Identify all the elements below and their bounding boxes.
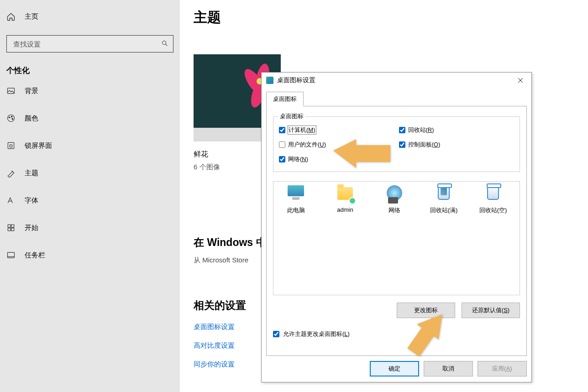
sidebar-item-taskbar[interactable]: 任务栏 [0, 245, 180, 266]
search-icon[interactable] [157, 40, 173, 48]
svg-rect-8 [8, 225, 10, 227]
desktop-icon-settings-dialog: 桌面图标设置 桌面图标 桌面图标 计算机(M) 回收站(R) [261, 72, 532, 382]
theme-icon [6, 168, 16, 178]
sidebar-home-label: 主页 [25, 12, 38, 21]
svg-rect-12 [8, 252, 15, 258]
page-title: 主题 [194, 8, 588, 27]
svg-marker-15 [403, 306, 447, 356]
picture-icon [6, 86, 16, 95]
checkbox-allow-theme-change-input[interactable] [273, 331, 279, 337]
svg-rect-11 [11, 228, 14, 231]
sidebar-item-label: 锁屏界面 [25, 141, 52, 150]
ok-button[interactable]: 确定 [370, 361, 419, 376]
dialog-title: 桌面图标设置 [277, 76, 511, 84]
close-icon [518, 78, 523, 83]
apply-button[interactable]: 应用(A) [478, 361, 527, 376]
close-button[interactable] [511, 74, 530, 87]
cancel-button[interactable]: 取消 [424, 361, 473, 376]
this-pc-icon [287, 185, 305, 203]
tab-desktop-icons[interactable]: 桌面图标 [266, 92, 304, 106]
network-icon [385, 185, 404, 203]
search-input[interactable] [7, 40, 157, 48]
sidebar-section-title: 个性化 [0, 52, 180, 80]
sidebar-item-colors[interactable]: 颜色 [0, 108, 180, 129]
checkbox-recycle-bin-input[interactable] [399, 127, 405, 133]
preview-network[interactable]: 网络 [374, 185, 415, 214]
recycle-empty-icon [484, 185, 502, 203]
sidebar-item-label: 颜色 [25, 114, 38, 123]
svg-point-3 [9, 117, 10, 118]
annotation-arrow-1 [333, 137, 393, 178]
recycle-full-icon [435, 185, 453, 203]
dialog-title-icon [266, 77, 273, 84]
checkbox-computer-input[interactable] [279, 127, 285, 133]
restore-defaults-button[interactable]: 还原默认值(S) [462, 303, 520, 318]
lockscreen-icon [6, 141, 16, 150]
preview-this-pc[interactable]: 此电脑 [275, 185, 316, 214]
preview-recycle-full[interactable]: 回收站(满) [423, 185, 464, 214]
checkbox-allow-theme-change[interactable]: 允许主题更改桌面图标(L) [273, 330, 350, 338]
preview-user-folder[interactable]: admin [325, 185, 366, 213]
annotation-arrow-2 [397, 306, 447, 356]
sidebar-home[interactable]: 主页 [0, 6, 180, 27]
checkbox-computer[interactable]: 计算机(M) [279, 126, 394, 134]
sidebar-item-background[interactable]: 背景 [0, 80, 180, 101]
start-icon [6, 223, 16, 232]
icon-preview-list[interactable]: 此电脑 admin 网络 回收站(满) 回收站(空) [273, 181, 520, 295]
svg-rect-6 [8, 142, 14, 148]
checkbox-recycle-bin[interactable]: 回收站(R) [399, 126, 514, 134]
svg-point-5 [12, 118, 13, 120]
sidebar-item-fonts[interactable]: 字体 [0, 190, 180, 211]
sidebar-item-label: 主题 [25, 169, 38, 178]
dialog-titlebar: 桌面图标设置 [262, 73, 531, 88]
desktop-icons-group: 桌面图标 计算机(M) 回收站(R) 用户的文件(U) [273, 116, 520, 172]
svg-rect-9 [11, 225, 14, 227]
sidebar-item-start[interactable]: 开始 [0, 217, 180, 238]
group-label: 桌面图标 [278, 112, 305, 120]
sidebar-item-themes[interactable]: 主题 [0, 162, 180, 183]
preview-recycle-empty[interactable]: 回收站(空) [472, 185, 514, 214]
svg-point-4 [11, 116, 12, 117]
sidebar-item-label: 字体 [25, 196, 38, 205]
sidebar-item-label: 开始 [25, 224, 38, 232]
settings-sidebar: 主页 个性化 背景 颜色 锁屏界面 主题 字体 开始 任务栏 [0, 0, 180, 392]
taskbar-icon [6, 251, 16, 260]
tab-content: 桌面图标 计算机(M) 回收站(R) 用户的文件(U) [266, 106, 527, 356]
search-box[interactable] [6, 35, 173, 52]
checkbox-user-files-input[interactable] [279, 141, 285, 148]
svg-marker-14 [333, 139, 390, 168]
checkbox-control-panel[interactable]: 控制面板(O) [399, 141, 514, 149]
font-icon [6, 196, 16, 205]
svg-point-0 [163, 41, 166, 44]
palette-icon [6, 114, 16, 123]
sidebar-item-label: 背景 [25, 87, 38, 95]
svg-rect-10 [8, 228, 10, 231]
checkbox-network-input[interactable] [279, 156, 285, 162]
svg-rect-7 [10, 145, 12, 147]
svg-rect-1 [8, 88, 15, 94]
sidebar-item-lockscreen[interactable]: 锁屏界面 [0, 135, 180, 156]
checkbox-control-panel-input[interactable] [399, 141, 405, 148]
svg-point-2 [8, 115, 15, 122]
home-icon [6, 12, 16, 21]
sidebar-item-label: 任务栏 [25, 251, 45, 260]
user-folder-icon [336, 185, 354, 203]
